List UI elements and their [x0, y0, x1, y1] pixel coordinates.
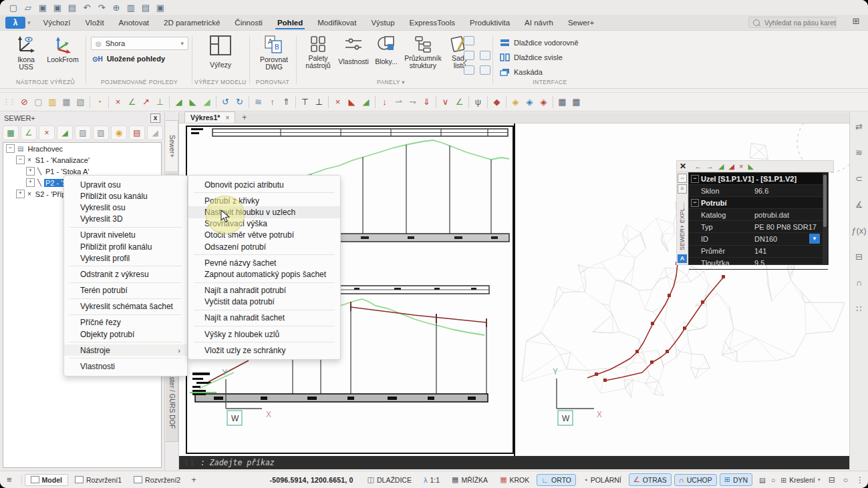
property-value[interactable]: PE 80 PN8 SDR17: [752, 223, 828, 231]
tree-row[interactable]: − × S1 - 'Kanalizace': [3, 154, 161, 166]
property-row[interactable]: − Potrubí ▼: [689, 197, 828, 209]
close-icon[interactable]: ✕: [680, 162, 686, 171]
command-line-grip[interactable]: ⋮⋮: [183, 459, 195, 466]
axis-icon[interactable]: ×: [39, 126, 55, 140]
status-toggle[interactable]: ◔ POLÁRNÍ: [579, 474, 626, 486]
marker-icon[interactable]: ↓: [378, 95, 392, 109]
tool-icon[interactable]: ◉: [111, 126, 127, 140]
save-icon[interactable]: ▦: [59, 95, 74, 109]
profile-icon[interactable]: ◢: [57, 126, 73, 140]
attach2-icon[interactable]: ⇁: [406, 95, 420, 109]
context-menu-item[interactable]: [69, 227, 182, 228]
lisp-icon[interactable]: ▤: [759, 476, 766, 484]
diamond-icon[interactable]: ◆: [490, 95, 504, 109]
hamburger-icon[interactable]: ≡: [0, 475, 19, 485]
sep[interactable]: [295, 96, 296, 108]
forward-icon[interactable]: →: [706, 162, 714, 171]
offset-up-icon[interactable]: ⇑: [279, 95, 293, 109]
ribbon-tab[interactable]: ExpressTools: [402, 15, 462, 30]
submenu-item[interactable]: Najít a nahradit potrubí: [188, 285, 340, 296]
axis-red-icon[interactable]: ×: [739, 162, 743, 171]
status-toggle[interactable]: ▦ KROK: [495, 473, 534, 486]
tile-vertical-button[interactable]: Dlaždice svisle: [500, 53, 563, 61]
context-menu-item[interactable]: [69, 266, 182, 266]
label-profile-icon[interactable]: ◣: [345, 95, 359, 109]
tool-palettes-button[interactable]: Palety nástrojů: [302, 35, 334, 69]
tile-horizontal-button[interactable]: Dlaždice vodorovně: [500, 39, 579, 47]
tripod-icon[interactable]: ψ: [471, 95, 485, 109]
settings-doc-icon[interactable]: ▣: [154, 1, 167, 13]
catalog-icon[interactable]: ▤: [129, 126, 145, 140]
ribbon-tab[interactable]: Činnosti: [227, 15, 270, 30]
sep[interactable]: [468, 96, 469, 108]
panel-drive-icon[interactable]: [480, 65, 490, 75]
context-menu-item[interactable]: Vykreslit osu ›: [64, 202, 187, 213]
redo-icon[interactable]: ↷: [95, 1, 108, 13]
context-menu-item[interactable]: Vlastnosti ›: [64, 360, 187, 372]
add-layout-button[interactable]: +: [186, 475, 202, 485]
profile-small-icon[interactable]: ◢: [200, 95, 214, 109]
ribbon-tab[interactable]: Vložit: [78, 15, 111, 30]
attachments-icon[interactable]: ⊂: [855, 174, 863, 184]
panel-window-icon[interactable]: [464, 36, 474, 45]
property-value[interactable]: 96.6: [752, 187, 828, 195]
ribbon-tab[interactable]: Produktivita: [462, 15, 517, 30]
xref-icon[interactable]: ⊕: [110, 1, 123, 13]
document-tab[interactable]: Výkres1* ×: [184, 111, 235, 123]
ribbon-config-icon[interactable]: ⊞: [850, 16, 862, 28]
context-menu-item[interactable]: [69, 314, 182, 315]
cascade-button[interactable]: Kaskáda: [500, 68, 543, 76]
submenu-item[interactable]: Obnovit pozici atributu: [188, 179, 340, 190]
saved-views-button[interactable]: ⊙H Uložené pohledy: [92, 55, 165, 63]
layout-tab[interactable]: Rozvržení1: [69, 475, 127, 485]
ribbon-tab[interactable]: Modifikovat: [310, 15, 364, 30]
compass-icon[interactable]: ◔: [92, 95, 106, 109]
profile-edit-icon[interactable]: ◣: [186, 95, 200, 109]
tree-row[interactable]: − ▤ Hrachovec: [3, 143, 161, 154]
context-menu-item[interactable]: [69, 298, 182, 299]
polyline-icon[interactable]: ↗: [139, 95, 153, 109]
sep[interactable]: [169, 96, 170, 108]
submenu-item[interactable]: Pevné názvy šachet: [188, 257, 340, 268]
sep[interactable]: [108, 96, 109, 108]
surface-icon[interactable]: ≋: [251, 95, 265, 109]
cloud-icon[interactable]: ∩: [856, 278, 862, 288]
context-menu-item[interactable]: Vykreslit profil ›: [64, 252, 187, 264]
layers-icon[interactable]: ≋: [855, 148, 863, 158]
submenu-item[interactable]: Výšky z hloubek uzlů: [188, 328, 340, 340]
ribbon-tab[interactable]: Sewer+: [561, 15, 601, 30]
submenu-item[interactable]: [194, 326, 335, 326]
collapse-icon[interactable]: −: [691, 175, 699, 183]
context-menu-item[interactable]: [69, 358, 182, 358]
submenu-item[interactable]: [194, 254, 335, 255]
blocks-icon[interactable]: ∷: [856, 304, 861, 314]
label-axis-icon[interactable]: ×: [331, 95, 345, 109]
tree-expander[interactable]: +: [16, 190, 25, 198]
context-menu-item[interactable]: Vykreslit 3D ›: [64, 214, 187, 225]
panel-folder-icon[interactable]: [464, 65, 474, 75]
tab-close-icon[interactable]: ×: [225, 114, 229, 121]
property-row[interactable]: − Tloušťka 9.5 ▼: [689, 258, 828, 270]
context-menu-item[interactable]: [69, 282, 182, 283]
dropdown-icon[interactable]: ▼: [809, 234, 820, 244]
ribbon-tab[interactable]: Výstup: [364, 15, 402, 30]
collapse-icon[interactable]: −: [691, 199, 699, 207]
new-doc-icon[interactable]: ▢: [31, 95, 45, 109]
submenu-item[interactable]: [194, 282, 335, 283]
context-menu-item[interactable]: Vykreslit schémata šachet ›: [64, 301, 187, 312]
copy-icon[interactable]: ▥: [124, 1, 138, 13]
draw-axis-icon[interactable]: ∠: [21, 126, 37, 140]
tree-expander[interactable]: +: [26, 178, 35, 187]
property-row[interactable]: − Katalog potrubi.dat ▼: [689, 209, 828, 221]
status-toggle[interactable]: ▦ MŘÍŽKA: [447, 473, 492, 486]
attach-icon[interactable]: ⇀: [392, 95, 406, 109]
table-icon[interactable]: ▦: [555, 95, 569, 109]
open-file-icon[interactable]: ▱: [21, 1, 35, 13]
app-menu-caret-icon[interactable]: ▾: [27, 19, 31, 26]
list-icon[interactable]: ≡: [678, 184, 687, 194]
panel-render-icon[interactable]: [480, 51, 490, 60]
properties-button[interactable]: Vlastnosti: [336, 35, 371, 65]
property-value[interactable]: 141: [752, 247, 828, 255]
check2-icon[interactable]: ∠: [452, 95, 466, 109]
table2-icon[interactable]: ▦: [569, 95, 583, 109]
